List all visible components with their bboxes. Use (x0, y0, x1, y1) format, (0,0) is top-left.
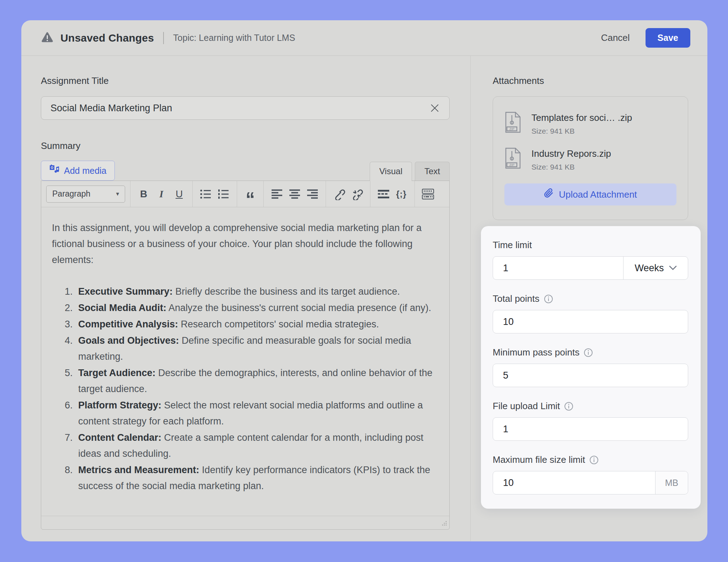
align-left-icon[interactable] (269, 185, 285, 203)
list-item: Platform Strategy: Select the most relev… (75, 397, 435, 429)
upload-attachment-button[interactable]: Upload Attachment (504, 183, 676, 205)
align-right-icon[interactable] (304, 185, 321, 203)
info-icon[interactable] (589, 455, 599, 465)
list-item: Social Media Audit: Analyze the business… (75, 300, 435, 316)
tab-text[interactable]: Text (415, 162, 450, 181)
warning-icon (41, 32, 53, 44)
editor-status-bar (41, 516, 449, 529)
svg-text:ZIP: ZIP (509, 127, 514, 131)
assignment-title-value: Social Media Marketing Plan (50, 103, 429, 114)
insert-link-icon[interactable] (331, 185, 347, 203)
chevron-down-icon: ▾ (116, 190, 119, 198)
assignment-title-label: Assignment Title (41, 75, 470, 86)
paragraph-format-dropdown[interactable]: Paragraph ▾ (46, 186, 125, 203)
total-points-label: Total points (493, 293, 688, 304)
attachment-row[interactable]: ZIP Industry Repors.zip Size: 941 KB (504, 148, 676, 171)
save-button[interactable]: Save (646, 28, 690, 48)
media-icon (49, 164, 60, 177)
list-item: Goals and Objectives: Define specific an… (75, 333, 435, 365)
bold-button[interactable]: B (135, 185, 152, 203)
toolbar-separator (414, 181, 415, 207)
list-item: Content Calendar: Create a sample conten… (75, 430, 435, 462)
time-limit-label: Time limit (493, 240, 688, 251)
tab-visual[interactable]: Visual (370, 162, 412, 181)
resize-grip-icon[interactable] (441, 520, 447, 528)
file-upload-limit-value: 1 (493, 424, 688, 435)
attachments-label: Attachments (493, 75, 707, 86)
list-item: Competitive Analysis: Research competito… (75, 316, 435, 332)
editor-mode-tabs: Visual Text (370, 162, 450, 181)
main-column: Assignment Title Social Media Marketing … (21, 56, 470, 541)
toolbar-separator (237, 181, 237, 207)
read-more-tag-icon[interactable] (375, 185, 392, 203)
summary-editor: Paragraph ▾ B I U “ (41, 181, 450, 530)
file-upload-limit-input[interactable]: 1 (493, 417, 688, 441)
remove-link-icon[interactable] (349, 185, 365, 203)
toolbar-separator (130, 181, 130, 207)
min-pass-points-input[interactable]: 5 (493, 364, 688, 387)
paperclip-icon (544, 188, 554, 201)
time-limit-input[interactable]: 1 Weeks (493, 256, 688, 280)
clear-title-icon[interactable] (429, 103, 440, 113)
topic-breadcrumb: Topic: Learning with Tutor LMS (173, 33, 295, 43)
summary-label: Summary (41, 140, 470, 151)
assignment-settings-panel: Time limit 1 Weeks Total points (481, 226, 701, 509)
blockquote-icon[interactable]: “ (242, 185, 258, 203)
zip-file-icon: ZIP (504, 112, 521, 135)
time-limit-unit-value: Weeks (635, 263, 664, 274)
assignment-modal: Unsaved Changes Topic: Learning with Tut… (21, 20, 707, 541)
side-column: Attachments ZIP Templates for soci… .zip… (471, 56, 707, 541)
paragraph-format-label: Paragraph (52, 189, 90, 199)
add-media-label: Add media (64, 166, 107, 176)
numbered-list-icon[interactable] (215, 185, 232, 203)
add-media-button[interactable]: Add media (41, 161, 115, 181)
info-icon[interactable] (584, 348, 593, 357)
time-limit-value: 1 (493, 263, 623, 274)
info-icon[interactable] (564, 402, 573, 411)
underline-button[interactable]: U (171, 185, 187, 203)
attachment-row[interactable]: ZIP Templates for soci… .zip Size: 941 K… (504, 112, 676, 135)
max-file-size-value: 10 (493, 477, 655, 488)
max-file-size-input[interactable]: 10 MB (493, 471, 688, 494)
min-pass-points-value: 5 (493, 370, 688, 381)
chevron-down-icon (669, 266, 677, 271)
upload-attachment-label: Upload Attachment (559, 189, 637, 200)
attachment-name: Templates for soci… .zip (531, 112, 632, 123)
toolbar-separator (326, 181, 326, 207)
attachments-card: ZIP Templates for soci… .zip Size: 941 K… (493, 96, 688, 220)
total-points-value: 10 (493, 316, 688, 327)
zip-file-icon: ZIP (504, 148, 521, 171)
toolbar-separator (263, 181, 264, 207)
attachment-list: ZIP Templates for soci… .zip Size: 941 K… (504, 112, 676, 171)
attachment-size: Size: 941 KB (531, 163, 611, 171)
header-divider (163, 32, 164, 44)
attachment-size: Size: 941 KB (531, 127, 632, 135)
max-file-size-label: Maximum file size limit (493, 454, 688, 465)
total-points-input[interactable]: 10 (493, 310, 688, 333)
toolbar-separator (192, 181, 193, 207)
min-pass-points-label: Minimum pass points (493, 347, 688, 358)
list-item: Target Audience: Describe the demographi… (75, 365, 435, 397)
list-item: Executive Summary: Briefly describe the … (75, 284, 435, 300)
max-file-size-unit: MB (655, 471, 688, 494)
editor-ordered-list: Executive Summary: Briefly describe the … (75, 284, 435, 494)
cancel-button[interactable]: Cancel (601, 32, 630, 43)
align-center-icon[interactable] (287, 185, 303, 203)
info-icon[interactable] (544, 294, 553, 304)
list-item: Metrics and Measurement: Identify key pe… (75, 462, 435, 494)
italic-button[interactable]: I (153, 185, 170, 203)
keyboard-shortcuts-icon[interactable] (420, 185, 436, 203)
shortcode-icon[interactable]: {;} (393, 185, 410, 203)
svg-text:ZIP: ZIP (509, 163, 514, 167)
assignment-title-input[interactable]: Social Media Marketing Plan (41, 96, 450, 120)
modal-header: Unsaved Changes Topic: Learning with Tut… (21, 20, 707, 56)
bullet-list-icon[interactable] (198, 185, 214, 203)
file-upload-limit-label: File upload Limit (493, 401, 688, 412)
editor-toolbar: Paragraph ▾ B I U “ (41, 181, 449, 207)
time-limit-unit-select[interactable]: Weeks (623, 257, 688, 279)
modal-title: Unsaved Changes (60, 32, 154, 44)
editor-content[interactable]: In this assignment, you will develop a c… (41, 207, 449, 516)
toolbar-separator (370, 181, 370, 207)
editor-intro-paragraph: In this assignment, you will develop a c… (52, 220, 435, 268)
attachment-name: Industry Repors.zip (531, 148, 611, 159)
